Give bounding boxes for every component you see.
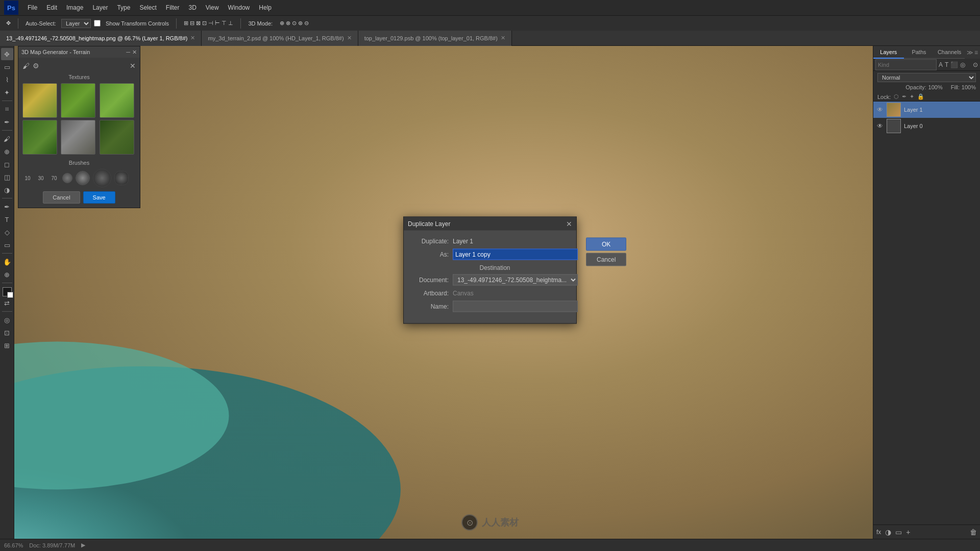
filter-icon-2[interactable]: T (945, 61, 948, 68)
move-tool[interactable]: ✥ (1, 48, 13, 60)
as-input[interactable] (453, 249, 578, 260)
auto-select-dropdown[interactable]: Layer (61, 19, 91, 28)
brush-feather[interactable] (114, 171, 129, 185)
filter-icon-4[interactable]: ◎ (960, 61, 965, 68)
align-tools: ⊞ ⊟ ⊠ ⊡ ⊣ ⊢ ⊤ ⊥ (182, 19, 235, 28)
panel-minimize[interactable]: ─ (126, 49, 130, 56)
tab-2[interactable]: my_3d_terrain_2.psd @ 100% (HD_Layer_1, … (202, 31, 358, 46)
quick-mask[interactable]: ◎ (1, 314, 13, 326)
hand-tool[interactable]: ✋ (1, 256, 13, 268)
cancel-panel-button[interactable]: Cancel (43, 191, 80, 204)
panel-title: 3D Map Generator - Terrain (21, 49, 90, 55)
lock-position-icon[interactable]: ✦ (910, 93, 914, 100)
brush-circle-large[interactable] (93, 169, 111, 187)
tab-layers[interactable]: Layers (873, 46, 904, 59)
menu-filter[interactable]: Filter (162, 2, 184, 13)
menu-edit[interactable]: Edit (42, 2, 61, 13)
menu-help[interactable]: Help (255, 2, 276, 13)
menu-window[interactable]: Window (224, 2, 254, 13)
layer-0-name: Layer 0 (904, 123, 977, 129)
filter-toggle[interactable]: ⊙ (973, 61, 978, 68)
layer-0-visibility[interactable]: 👁 (876, 122, 884, 130)
settings-icon[interactable]: ⚙ (33, 62, 39, 70)
texture-2[interactable] (61, 83, 95, 118)
tab-1-close[interactable]: ✕ (190, 35, 195, 41)
cancel-button[interactable]: Cancel (586, 253, 626, 266)
tab-2-close[interactable]: ✕ (347, 35, 352, 41)
tool-sep-5 (2, 283, 12, 283)
fx-icon[interactable]: fx (876, 529, 881, 536)
menu-select[interactable]: Select (135, 2, 160, 13)
menu-file[interactable]: File (23, 2, 41, 13)
tab-1[interactable]: 13_-49.4971246_-72.50508_heightmap.png @… (0, 31, 202, 46)
document-select[interactable]: 13_-49.4971246_-72.50508_heightma... (453, 274, 578, 286)
clone-tool[interactable]: ⊕ (1, 145, 13, 158)
type-tool[interactable]: T (1, 213, 13, 226)
lock-transparent-icon[interactable]: ⬡ (894, 93, 899, 100)
tab-3[interactable]: top_layer_0129.psb @ 100% (top_layer_01,… (358, 31, 512, 46)
filter-icon-3[interactable]: ⬛ (950, 61, 958, 68)
layer-1-visibility[interactable]: 👁 (876, 106, 884, 113)
menu-view[interactable]: View (202, 2, 223, 13)
pen-tool[interactable]: ✒ (1, 201, 13, 213)
crop-tool[interactable]: ⌗ (1, 103, 13, 115)
shape-tool[interactable]: ▭ (1, 239, 13, 251)
texture-1[interactable] (22, 83, 57, 118)
texture-5[interactable] (61, 120, 95, 155)
texture-3[interactable] (100, 83, 134, 118)
tab-3-label: top_layer_0129.psb @ 100% (top_layer_01,… (364, 35, 498, 41)
dodge-tool[interactable]: ◑ (1, 184, 13, 196)
status-arrow[interactable]: ▶ (81, 542, 85, 548)
menu-3d[interactable]: 3D (184, 2, 200, 13)
swap-colors[interactable]: ⇄ (1, 297, 13, 309)
opacity-value[interactable]: 100% (928, 84, 943, 90)
lock-all-icon[interactable]: 🔒 (917, 93, 924, 100)
screen-mode[interactable]: ⊡ (1, 327, 13, 339)
tool-sep-2 (2, 130, 12, 131)
new-fill-layer-icon[interactable]: ◑ (885, 528, 891, 536)
name-label: Name: (412, 303, 453, 310)
panel-more-icon[interactable]: ≫ (967, 49, 973, 56)
fill-label: Fill: (951, 84, 960, 90)
eyedropper-tool[interactable]: ✒ (1, 116, 13, 128)
panel-close[interactable]: ✕ (132, 49, 137, 56)
extra-tool[interactable]: ⊞ (1, 339, 13, 352)
fill-value[interactable]: 100% (962, 84, 976, 90)
menu-layer[interactable]: Layer (88, 2, 112, 13)
name-input[interactable] (453, 301, 578, 312)
brush-circle-medium[interactable] (76, 171, 90, 185)
new-layer-icon[interactable]: + (906, 528, 910, 536)
layer-item-1[interactable]: 👁 Layer 1 (873, 102, 980, 118)
path-tool[interactable]: ◇ (1, 226, 13, 238)
eraser-tool[interactable]: ◻ (1, 158, 13, 170)
layers-search[interactable] (875, 59, 937, 70)
brush-tool[interactable]: 🖌 (1, 133, 13, 145)
texture-6[interactable] (100, 120, 134, 155)
new-group-icon[interactable]: ▭ (895, 528, 902, 536)
delete-layer-icon[interactable]: 🗑 (970, 528, 977, 536)
save-panel-button[interactable]: Save (83, 191, 115, 204)
menu-type[interactable]: Type (113, 2, 134, 13)
tab-channels[interactable]: Channels (934, 46, 965, 59)
lock-image-icon[interactable]: ✒ (902, 93, 906, 100)
tab-paths[interactable]: Paths (904, 46, 935, 59)
layers-toolbar: A T ⬛ ◎ ⊙ (873, 59, 980, 71)
blend-mode-select[interactable]: Normal (877, 73, 976, 82)
ok-button[interactable]: OK (586, 238, 626, 251)
texture-4[interactable] (22, 120, 57, 155)
dialog-close-button[interactable]: ✕ (566, 220, 572, 228)
layer-item-0[interactable]: 👁 Layer 0 (873, 118, 980, 134)
show-transform-checkbox[interactable] (94, 20, 101, 27)
panel-menu-icon[interactable]: ≡ (974, 49, 978, 56)
menu-image[interactable]: Image (62, 2, 87, 13)
filter-icon[interactable]: A (939, 61, 943, 68)
brush-circle-small[interactable] (62, 173, 72, 183)
close-panel-x[interactable]: ✕ (130, 62, 136, 70)
lasso-tool[interactable]: ⌇ (1, 73, 13, 86)
zoom-tool[interactable]: ⊕ (1, 268, 13, 281)
tab-3-close[interactable]: ✕ (501, 35, 505, 41)
brush-icon[interactable]: 🖌 (22, 62, 30, 70)
marquee-tool[interactable]: ▭ (1, 61, 13, 73)
gradient-tool[interactable]: ◫ (1, 171, 13, 183)
magic-wand-tool[interactable]: ✦ (1, 86, 13, 98)
